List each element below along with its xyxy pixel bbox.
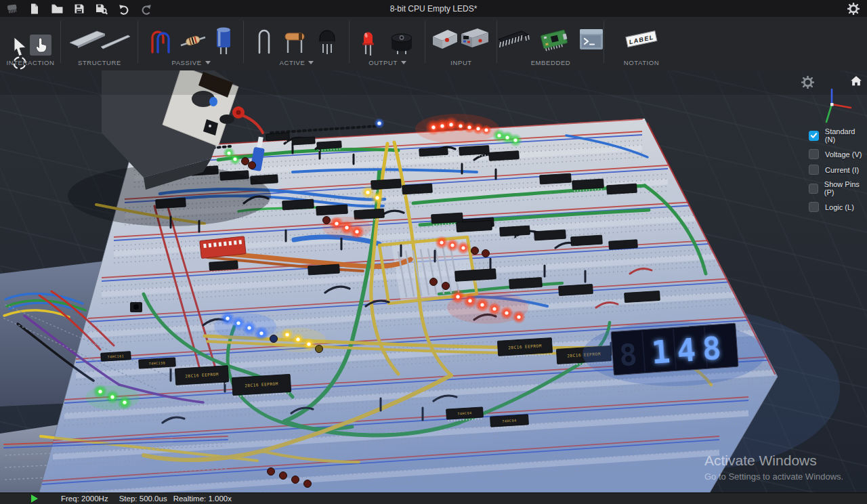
- led[interactable]: [471, 247, 479, 255]
- led[interactable]: [242, 158, 249, 165]
- settings-gear-icon[interactable]: [847, 2, 860, 16]
- ic-chip[interactable]: 28C16 EEPROM: [232, 374, 291, 396]
- status-frequency: Freq: 2000Hz: [61, 495, 108, 503]
- toolbar-group-embedded: EMBEDDED: [497, 17, 604, 70]
- banana-jack-black[interactable]: [219, 114, 234, 124]
- play-icon[interactable]: [31, 495, 38, 503]
- view-option-standard[interactable]: Standard (N): [809, 127, 867, 144]
- breadboard-scene[interactable]: 74HC16174HC13828C16 EEPROM28C16 EEPROM28…: [0, 70, 867, 492]
- led[interactable]: [280, 472, 287, 480]
- toolbar-group-input: INPUT: [425, 17, 497, 70]
- cursor-tool-button[interactable]: [11, 36, 28, 56]
- view-option-show-pins[interactable]: Show Pins (P): [809, 180, 867, 196]
- dropdown-caret-icon[interactable]: [401, 61, 406, 64]
- view-option-voltage[interactable]: Voltage (V): [809, 149, 867, 159]
- checkbox-unchecked-icon[interactable]: [809, 165, 819, 175]
- view-option-label: Logic (L): [825, 203, 854, 211]
- toolbar-group-label: ACTIVE: [280, 59, 305, 66]
- led[interactable]: [249, 162, 256, 169]
- led[interactable]: [442, 282, 450, 290]
- view-option-logic[interactable]: Logic (L): [809, 202, 867, 212]
- undo-button[interactable]: [117, 2, 131, 16]
- simulation-status-bar: Freq: 2000Hz Step: 500.0us Realtime: 1.0…: [0, 492, 867, 504]
- scene-viewport[interactable]: 74HC16174HC13828C16 EEPROM28C16 EEPROM28…: [0, 70, 867, 492]
- view-option-current[interactable]: Current (I): [809, 165, 867, 175]
- new-file-button[interactable]: [28, 2, 41, 16]
- titlebar: 8-bit CPU Empty LEDS*: [0, 0, 867, 17]
- status-realtime: Realtime: 1.000x: [173, 495, 232, 503]
- seven-segment-value: 148: [650, 329, 729, 371]
- toolbar-group-label: INPUT: [450, 59, 472, 66]
- checkbox-checked-icon[interactable]: [809, 131, 819, 141]
- toolbar-group-interaction: INTERACTION: [0, 17, 61, 70]
- checkbox-unchecked-icon[interactable]: [809, 202, 819, 212]
- dropdown-caret-icon[interactable]: [308, 61, 314, 64]
- app-logo-icon: [5, 2, 19, 16]
- crumb-app-window: 8-bit CPU Empty LEDS*: [0, 0, 867, 504]
- status-step: Step: 500.0us: [119, 495, 167, 503]
- toolbar-group-label: PASSIVE: [171, 59, 201, 66]
- led[interactable]: [430, 278, 438, 286]
- toolbar-group-label: OUTPUT: [368, 59, 398, 66]
- toolbar-group-output: OUTPUT: [350, 17, 425, 70]
- seven-segment-ghost-digit: 8: [618, 337, 638, 373]
- terminal-tool-button[interactable]: [576, 24, 607, 55]
- dropdown-caret-icon[interactable]: [205, 61, 211, 64]
- redo-button[interactable]: [140, 2, 153, 16]
- label-tool-button[interactable]: LABEL: [622, 24, 661, 55]
- push-button[interactable]: [130, 302, 142, 312]
- toolbar-group-passive: PASSIVE: [138, 17, 244, 70]
- toolbar-group-label: EMBEDDED: [531, 59, 571, 66]
- hand-tool-button[interactable]: [30, 35, 51, 56]
- view-options-panel: Standard (N) Voltage (V) Current (I) Sho…: [809, 127, 867, 217]
- save-button[interactable]: [72, 2, 86, 16]
- view-option-label: Current (I): [825, 166, 859, 174]
- checkbox-unchecked-icon[interactable]: [809, 149, 819, 159]
- led-tool-button[interactable]: [356, 22, 380, 57]
- toolbar-group-notation: LABEL NOTATION: [604, 17, 679, 70]
- axis-gizmo[interactable]: [813, 85, 853, 130]
- diode-tool-button[interactable]: [280, 22, 310, 57]
- toolbar-group-active: ACTIVE: [244, 17, 350, 70]
- led[interactable]: [323, 217, 331, 224]
- save-as-button[interactable]: [95, 2, 108, 16]
- toolbar-group-structure: STRUCTURE: [61, 17, 138, 70]
- seven-segment-display[interactable]: 8 148: [611, 323, 738, 375]
- buzzer-tool-button[interactable]: [384, 22, 419, 57]
- checkbox-unchecked-icon[interactable]: [809, 184, 818, 194]
- toolbar-group-label: NOTATION: [624, 59, 659, 66]
- capacitor-tool-button[interactable]: [212, 22, 235, 57]
- svg-text:74HC04: 74HC04: [457, 411, 471, 415]
- input-module-tool-button[interactable]: [430, 22, 492, 57]
- toolbar-group-label: INTERACTION: [7, 59, 55, 66]
- transistor-tool-button[interactable]: [314, 22, 341, 57]
- resistor-tool-button[interactable]: [178, 22, 208, 56]
- breadboard-strip-tool-button[interactable]: [66, 22, 133, 56]
- view-option-label: Voltage (V): [825, 150, 862, 159]
- open-file-button[interactable]: [50, 2, 64, 16]
- svg-text:74HC04: 74HC04: [502, 418, 516, 423]
- led[interactable]: [292, 476, 299, 484]
- view-option-label: Standard (N): [825, 127, 867, 144]
- led[interactable]: [270, 335, 278, 343]
- led[interactable]: [304, 480, 312, 488]
- led[interactable]: [482, 250, 490, 257]
- dev-board-tool-button[interactable]: [536, 22, 572, 57]
- view-option-label: Show Pins (P): [824, 180, 867, 196]
- led[interactable]: [268, 468, 275, 476]
- led[interactable]: [316, 345, 323, 353]
- jumper-wire-tool-button[interactable]: [147, 22, 174, 56]
- toolbar-group-label: STRUCTURE: [78, 59, 121, 66]
- component-toolbar: INTERACTION STRUCTURE: [0, 17, 867, 70]
- wire-link-tool-button[interactable]: [253, 22, 276, 57]
- ic-chip-tool-button[interactable]: [494, 22, 532, 57]
